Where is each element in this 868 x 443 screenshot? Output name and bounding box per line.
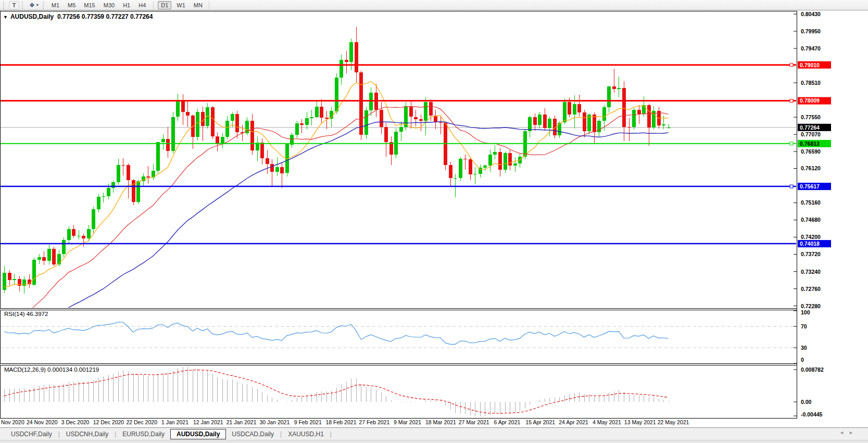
rsi-indicator-value: 46.3972 [27, 311, 48, 317]
rsi-indicator-label: RSI(14) [4, 311, 25, 317]
svg-text:12 Dec 2020: 12 Dec 2020 [93, 419, 124, 425]
svg-text:100: 100 [801, 309, 810, 315]
toolbar-grip[interactable] [3, 2, 6, 9]
styles-palette-icon: ❖ [29, 2, 35, 8]
svg-text:21 Jan 2021: 21 Jan 2021 [227, 419, 257, 425]
svg-text:0.75617: 0.75617 [800, 183, 820, 189]
price-chart-svg: 0.804300.799500.794700.785100.775500.770… [0, 11, 868, 427]
chart-tab-eurusd[interactable]: EURUSD,Daily [117, 429, 170, 439]
period-button-H1[interactable]: H1 [120, 1, 133, 9]
period-button-W1[interactable]: W1 [173, 1, 188, 9]
svg-text:0.72280: 0.72280 [801, 303, 821, 309]
svg-text:0.73240: 0.73240 [801, 269, 821, 275]
rsi-panel-title: RSI(14) 46.3972 [4, 311, 48, 317]
svg-text:24 Nov 2020: 24 Nov 2020 [27, 419, 58, 425]
tab-separator: | [330, 431, 332, 438]
chart-tab-bar: USDCHF,Daily|USDCNH,Daily|EURUSD,DailyAU… [0, 427, 868, 440]
level-marker [790, 142, 793, 145]
macd-indicator-values: 0.000134 0.001219 [47, 366, 99, 373]
svg-text:0.75160: 0.75160 [801, 199, 821, 206]
svg-text:-0.00445: -0.00445 [801, 411, 823, 417]
toolbar-separator [153, 1, 154, 9]
level-marker [790, 185, 793, 188]
chart-canvas[interactable]: 0.804300.799500.794700.785100.775500.770… [0, 11, 868, 427]
svg-text:0.73720: 0.73720 [801, 251, 821, 257]
panel-frames [1, 11, 797, 419]
svg-text:0.76590: 0.76590 [801, 148, 821, 155]
svg-text:24 Apr 2021: 24 Apr 2021 [559, 419, 588, 425]
period-button-MN[interactable]: MN [191, 1, 206, 9]
chart-symbol-label: AUDUSD,Daily [10, 13, 54, 20]
chart-tab-xauusd[interactable]: XAUUSD,H1 [282, 429, 330, 439]
level-marker [790, 64, 793, 67]
chevron-down-icon: ▾ [36, 3, 39, 7]
svg-text:0.72760: 0.72760 [801, 286, 821, 292]
tab-scroll-left-icon[interactable]: ◄ [839, 430, 844, 435]
period-button-D1[interactable]: D1 [158, 1, 171, 9]
svg-text:12 Jan 2021: 12 Jan 2021 [193, 419, 223, 425]
chart-tab-audusd[interactable]: AUDUSD,Daily [170, 429, 226, 439]
svg-text:9 Feb 2021: 9 Feb 2021 [294, 419, 322, 425]
svg-text:0.74200: 0.74200 [801, 234, 821, 240]
svg-text:0.76813: 0.76813 [800, 141, 820, 147]
svg-text:70: 70 [801, 323, 807, 330]
tab-scroll-right-icon[interactable]: ► [849, 430, 853, 435]
svg-text:15 Apr 2021: 15 Apr 2021 [525, 419, 555, 425]
svg-text:22 May 2021: 22 May 2021 [658, 419, 689, 425]
svg-text:27 Mar 2021: 27 Mar 2021 [459, 419, 489, 425]
svg-text:18 Mar 2021: 18 Mar 2021 [425, 419, 456, 425]
period-button-M1[interactable]: M1 [48, 1, 62, 9]
svg-text:0.74018: 0.74018 [800, 241, 820, 247]
svg-text:30 Jan 2021: 30 Jan 2021 [259, 419, 290, 425]
period-button-M15[interactable]: M15 [81, 1, 98, 9]
period-button-H4[interactable]: H4 [135, 1, 149, 9]
svg-text:0.00: 0.00 [801, 399, 812, 405]
status-strip [0, 440, 868, 443]
svg-text:18 Feb 2021: 18 Feb 2021 [326, 419, 357, 425]
svg-text:0.008782: 0.008782 [801, 366, 824, 373]
timeframe-button-group: M1M5M15M30H1H4D1W1MN [48, 1, 206, 9]
svg-text:0: 0 [801, 357, 804, 363]
macd-indicator-label: MACD(12,26,9) [4, 366, 46, 373]
chart-tab-usdcad[interactable]: USDCAD,Daily [226, 429, 280, 439]
svg-text:22 Dec 2020: 22 Dec 2020 [126, 419, 157, 425]
chart-title-arrow-icon[interactable]: ▼ [3, 15, 8, 20]
toolbar-grip[interactable] [43, 2, 46, 9]
toolbar-grip[interactable] [22, 2, 25, 9]
svg-text:13 May 2021: 13 May 2021 [624, 419, 656, 425]
svg-text:0.79470: 0.79470 [801, 45, 821, 52]
chart-tab-usdcnh[interactable]: USDCNH,Daily [60, 429, 114, 439]
text-tool-button[interactable]: T [9, 1, 19, 9]
price-axis: 0.804300.799500.794700.785100.775500.770… [794, 11, 831, 309]
macd-panel-title: MACD(12,26,9) 0.000134 0.001219 [4, 366, 99, 373]
svg-text:0.79950: 0.79950 [801, 28, 821, 34]
macd-axis: 0.0087820.00-0.00445 [794, 366, 824, 417]
svg-text:0.74680: 0.74680 [801, 217, 821, 223]
svg-text:1 Jan 2021: 1 Jan 2021 [161, 419, 188, 425]
chart-title: ▼AUDUSD,Daily 0.77256 0.77359 0.77227 0.… [3, 13, 153, 20]
chart-ohlc-values: 0.77256 0.77359 0.77227 0.77264 [57, 13, 153, 20]
svg-text:4 May 2021: 4 May 2021 [593, 419, 621, 425]
top-toolbar: T ❖ ▾ M1M5M15M30H1H4D1W1MN [0, 0, 868, 10]
chart-tab-usdchf[interactable]: USDCHF,Daily [5, 429, 58, 439]
svg-text:0.77070: 0.77070 [801, 131, 821, 137]
svg-text:0.79010: 0.79010 [800, 62, 820, 68]
styles-palette-button[interactable]: ❖ ▾ [28, 1, 40, 9]
svg-text:9 Mar 2021: 9 Mar 2021 [394, 419, 421, 425]
svg-text:0.78510: 0.78510 [801, 80, 821, 86]
period-button-M5[interactable]: M5 [65, 1, 79, 9]
svg-text:0.76120: 0.76120 [801, 165, 821, 171]
level-marker [790, 99, 793, 103]
period-button-M30[interactable]: M30 [100, 1, 118, 9]
svg-text:27 Feb 2021: 27 Feb 2021 [359, 419, 389, 425]
svg-text:0.77264: 0.77264 [800, 124, 820, 131]
svg-text:0.77550: 0.77550 [801, 114, 821, 120]
svg-text:0.80430: 0.80430 [801, 11, 821, 17]
svg-text:14 Nov 2020: 14 Nov 2020 [0, 419, 24, 425]
svg-text:3 Dec 2020: 3 Dec 2020 [61, 419, 90, 425]
svg-text:6 Apr 2021: 6 Apr 2021 [494, 419, 521, 425]
date-axis: 14 Nov 202024 Nov 20203 Dec 202012 Dec 2… [0, 419, 689, 425]
svg-text:0.78009: 0.78009 [800, 97, 820, 104]
toolbar-separator [209, 1, 209, 9]
svg-text:30: 30 [801, 345, 807, 351]
